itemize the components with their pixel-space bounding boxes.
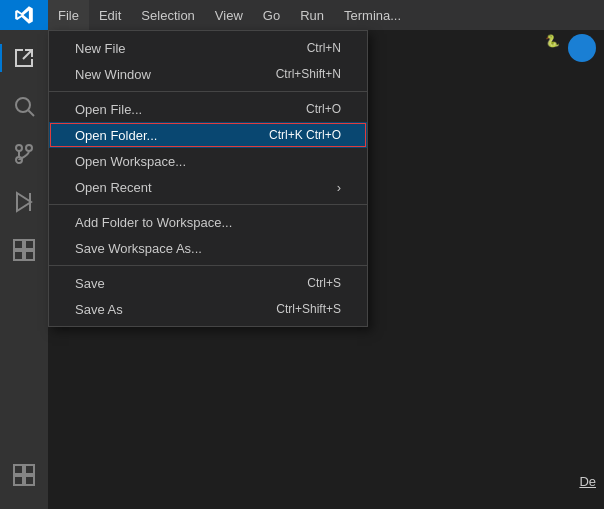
svg-rect-13 [14, 476, 23, 485]
menu-item-open-folder[interactable]: Open Folder... Ctrl+K Ctrl+O [49, 122, 367, 148]
svg-point-3 [26, 145, 32, 151]
menu-item-save-workspace-as[interactable]: Save Workspace As... [49, 235, 367, 261]
menu-section-save: Save Ctrl+S Save As Ctrl+Shift+S [49, 265, 367, 326]
menu-item-open-recent[interactable]: Open Recent › [49, 174, 367, 200]
vscode-logo [0, 0, 48, 30]
menu-selection[interactable]: Selection [131, 0, 204, 30]
menu-view[interactable]: View [205, 0, 253, 30]
svg-point-2 [16, 145, 22, 151]
svg-rect-12 [25, 465, 34, 474]
svg-point-0 [16, 98, 30, 112]
activity-item-explorer[interactable] [0, 34, 48, 82]
de-button[interactable]: De [579, 474, 596, 489]
python-icon: 🐍 [545, 34, 560, 48]
svg-rect-14 [25, 476, 34, 485]
chevron-right-icon: › [337, 180, 341, 195]
svg-rect-7 [14, 240, 23, 249]
menu-item-open-file[interactable]: Open File... Ctrl+O [49, 96, 367, 122]
menu-bar: File Edit Selection View Go Run Termina.… [48, 0, 604, 30]
svg-rect-8 [25, 240, 34, 249]
menu-item-save[interactable]: Save Ctrl+S [49, 270, 367, 296]
menu-terminal[interactable]: Termina... [334, 0, 411, 30]
svg-rect-9 [14, 251, 23, 260]
avatar[interactable] [568, 34, 596, 62]
activity-item-source-control[interactable] [0, 130, 48, 178]
svg-line-1 [29, 111, 35, 117]
activity-item-search[interactable] [0, 82, 48, 130]
menu-item-open-workspace[interactable]: Open Workspace... [49, 148, 367, 174]
menu-section-new: New File Ctrl+N New Window Ctrl+Shift+N [49, 31, 367, 91]
menu-section-workspace: Add Folder to Workspace... Save Workspac… [49, 204, 367, 265]
activity-bar-bottom [0, 451, 48, 499]
menu-section-open: Open File... Ctrl+O Open Folder... Ctrl+… [49, 91, 367, 204]
svg-marker-5 [17, 193, 31, 211]
title-bar: File Edit Selection View Go Run Termina.… [0, 0, 604, 30]
svg-rect-11 [14, 465, 23, 474]
activity-item-bottom-extensions[interactable] [0, 451, 48, 499]
file-dropdown-menu: New File Ctrl+N New Window Ctrl+Shift+N … [48, 30, 368, 327]
svg-rect-10 [25, 251, 34, 260]
menu-item-save-as[interactable]: Save As Ctrl+Shift+S [49, 296, 367, 322]
activity-item-extensions[interactable] [0, 226, 48, 274]
menu-edit[interactable]: Edit [89, 0, 131, 30]
menu-go[interactable]: Go [253, 0, 290, 30]
menu-run[interactable]: Run [290, 0, 334, 30]
activity-item-run[interactable] [0, 178, 48, 226]
activity-bar [0, 30, 48, 509]
menu-item-new-file[interactable]: New File Ctrl+N [49, 35, 367, 61]
menu-item-new-window[interactable]: New Window Ctrl+Shift+N [49, 61, 367, 87]
menu-item-add-folder[interactable]: Add Folder to Workspace... [49, 209, 367, 235]
menu-file[interactable]: File [48, 0, 89, 30]
